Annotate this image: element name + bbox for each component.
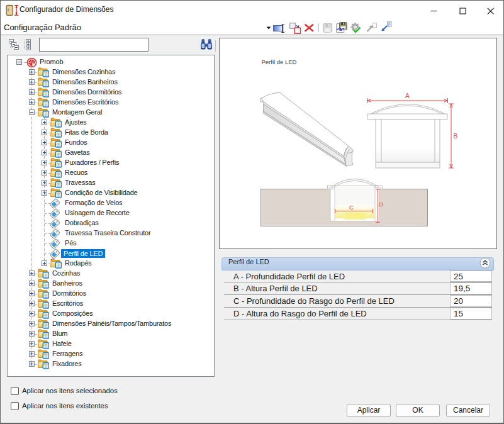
- svg-text:D: D: [379, 201, 383, 208]
- svg-text:Perfil de LED: Perfil de LED: [262, 59, 297, 65]
- svg-text:C: C: [349, 204, 354, 211]
- svg-text:A: A: [405, 92, 410, 99]
- svg-text:B: B: [454, 133, 458, 140]
- svg-text:<a=: <a=: [337, 27, 344, 31]
